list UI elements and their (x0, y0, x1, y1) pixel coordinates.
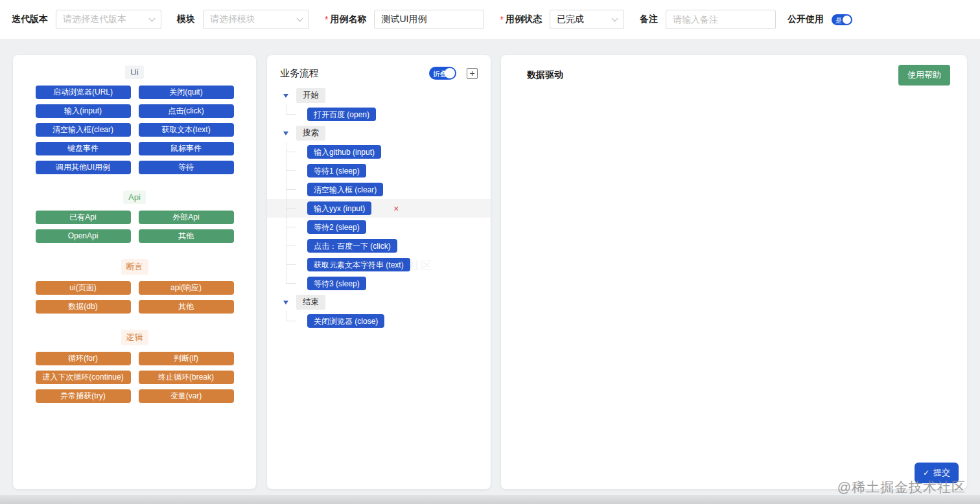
business-flow-panel: 业务流程 折叠 + 开始 打开百度 (open) 搜索 输入github (in… (267, 55, 491, 489)
palette-button-if[interactable]: 判断(if) (139, 352, 234, 365)
palette-section-assert: 断言 ui(页面) api(响应) 数据(db) 其他 (13, 259, 256, 314)
submit-button-label: 提交 (933, 467, 950, 479)
flow-node-wait3[interactable]: 等待3 (sleep) (307, 277, 366, 290)
flow-node-wait1[interactable]: 等待1 (sleep) (307, 164, 366, 178)
palette-button-wait[interactable]: 等待 (139, 161, 234, 174)
palette-button-api-other[interactable]: 其他 (139, 229, 234, 243)
caret-down-icon[interactable] (283, 132, 288, 135)
flow-node-get-element-text[interactable]: 获取元素文本字符串 (text) (307, 258, 410, 271)
module-select[interactable]: 请选择模块 (203, 10, 309, 29)
flow-node-open-baidu[interactable]: 打开百度 (open) (307, 108, 376, 121)
data-driven-panel: 数据驱动 使用帮助 ✓ 提交 (501, 55, 967, 489)
iteration-select[interactable]: 请选择迭代版本 (56, 10, 161, 29)
required-asterisk: * (500, 14, 503, 25)
toggle-on-text: 是 (835, 16, 842, 25)
toggle-knob (843, 16, 851, 24)
flow-group-label[interactable]: 结束 (296, 295, 325, 310)
flow-node-wait2[interactable]: 等待2 (sleep) (307, 220, 366, 234)
case-status-value: 已完成 (557, 14, 584, 25)
public-use-label: 公开使用 (788, 14, 824, 25)
flow-node-close-browser[interactable]: 关闭浏览器 (close) (307, 314, 384, 328)
palette-button-existing-api[interactable]: 已有Api (36, 211, 131, 224)
palette-button-loop-for[interactable]: 循环(for) (36, 352, 131, 365)
section-title-logic: 逻辑 (121, 330, 148, 345)
chevron-down-icon (297, 15, 303, 21)
case-status-select[interactable]: 已完成 (550, 10, 624, 29)
palette-button-open-api[interactable]: OpenApi (36, 229, 131, 243)
flow-node-row: 点击：百度一下 (click) (267, 236, 491, 255)
case-name-input[interactable] (374, 10, 484, 29)
caret-down-icon[interactable] (283, 301, 288, 304)
palette-section-logic: 逻辑 循环(for) 判断(if) 进入下次循环(continue) 终止循环(… (13, 330, 256, 403)
palette-button-assert-ui[interactable]: ui(页面) (36, 281, 131, 295)
palette-button-mouse-event[interactable]: 鼠标事件 (139, 142, 234, 155)
flow-group-start: 开始 (267, 86, 491, 105)
palette-button-assert-api[interactable]: api(响应) (139, 281, 234, 295)
public-use-toggle[interactable]: 是 (832, 14, 852, 25)
palette-button-click[interactable]: 点击(click) (139, 104, 234, 118)
palette-button-input[interactable]: 输入(input) (36, 104, 131, 118)
case-name-label: 用例名称 (330, 14, 366, 25)
chevron-down-icon (149, 15, 156, 21)
palette-button-var[interactable]: 变量(var) (139, 389, 234, 403)
section-title-ui: Ui (125, 65, 143, 79)
flow-node-row: 等待1 (sleep) (267, 161, 491, 180)
palette-button-assert-other[interactable]: 其他 (139, 300, 234, 314)
flow-node-row: 打开百度 (open) (267, 105, 491, 124)
bottom-scrollbar-track[interactable] (0, 495, 980, 504)
flow-node-row: 关闭浏览器 (close) (267, 312, 491, 330)
add-step-button[interactable]: + (467, 68, 478, 79)
palette-button-break[interactable]: 终止循环(break) (139, 371, 234, 384)
flow-node-click-baidu[interactable]: 点击：百度一下 (click) (307, 239, 397, 253)
module-label: 模块 (177, 14, 195, 25)
palette-section-ui: Ui 启动浏览器(URL) 关闭(quit) 输入(input) 点击(clic… (13, 65, 256, 174)
remark-label: 备注 (640, 14, 658, 25)
palette-section-api: Api 已有Api 外部Api OpenApi 其他 (13, 190, 256, 243)
required-asterisk: * (325, 14, 328, 25)
flow-group-end: 结束 (267, 293, 491, 312)
data-driven-title: 数据驱动 (527, 69, 563, 81)
case-status-label: 用例状态 (506, 14, 542, 25)
palette-button-continue[interactable]: 进入下次循环(continue) (36, 371, 131, 384)
action-palette-panel: Ui 启动浏览器(URL) 关闭(quit) 输入(input) 点击(clic… (13, 55, 256, 489)
submit-button[interactable]: ✓ 提交 (915, 463, 959, 483)
case-status-label-wrap: * 用例状态 (500, 14, 541, 25)
palette-button-try[interactable]: 异常捕获(try) (36, 389, 131, 403)
case-name-label-wrap: * 用例名称 (325, 14, 366, 25)
flow-node-row: 输入github (input) (267, 143, 491, 161)
remark-input[interactable] (666, 10, 776, 29)
chevron-down-icon (611, 15, 618, 21)
flow-panel-title: 业务流程 (280, 67, 429, 80)
flow-group-label[interactable]: 搜索 (296, 126, 325, 141)
flow-node-row: 获取元素文本字符串 (text) (267, 255, 491, 274)
flow-group-label[interactable]: 开始 (296, 88, 325, 103)
flow-node-row: 等待2 (sleep) (267, 218, 491, 236)
flow-node-clear-input[interactable]: 清空输入框 (clear) (307, 183, 383, 196)
flow-node-input-github[interactable]: 输入github (input) (307, 145, 381, 159)
module-placeholder: 请选择模块 (210, 14, 255, 25)
flow-node-row: 清空输入框 (clear) (267, 180, 491, 199)
palette-button-clear[interactable]: 清空输入框(clear) (36, 123, 131, 137)
flow-tree: 开始 打开百度 (open) 搜索 输入github (input) 等待1 (… (267, 85, 491, 330)
caret-down-icon[interactable] (283, 94, 288, 98)
section-title-assert: 断言 (121, 259, 148, 275)
delete-node-icon[interactable]: × (393, 204, 399, 213)
palette-button-quit[interactable]: 关闭(quit) (139, 86, 234, 99)
toggle-knob (445, 68, 455, 78)
help-button[interactable]: 使用帮助 (898, 65, 950, 86)
flow-node-row: 等待3 (sleep) (267, 274, 491, 293)
flow-node-input-yyx[interactable]: 输入yyx (input) (307, 201, 371, 215)
palette-button-external-api[interactable]: 外部Api (139, 211, 234, 224)
section-title-api: Api (123, 190, 146, 204)
flow-node-row-selected: 输入yyx (input) × (267, 199, 491, 218)
palette-button-call-other-case[interactable]: 调用其他UI用例 (36, 161, 131, 174)
case-form-toolbar: 迭代版本 请选择迭代版本 模块 请选择模块 * 用例名称 * 用例状态 已完成 … (0, 0, 980, 39)
palette-button-get-text[interactable]: 获取文本(text) (139, 123, 234, 137)
flow-group-search: 搜索 (267, 124, 491, 143)
palette-button-assert-db[interactable]: 数据(db) (36, 300, 131, 314)
palette-button-keyboard-event[interactable]: 键盘事件 (36, 142, 131, 155)
check-icon: ✓ (923, 469, 929, 477)
palette-button-launch-browser[interactable]: 启动浏览器(URL) (36, 86, 131, 99)
iteration-label: 迭代版本 (12, 14, 48, 25)
collapse-toggle[interactable]: 折叠 (429, 67, 456, 80)
